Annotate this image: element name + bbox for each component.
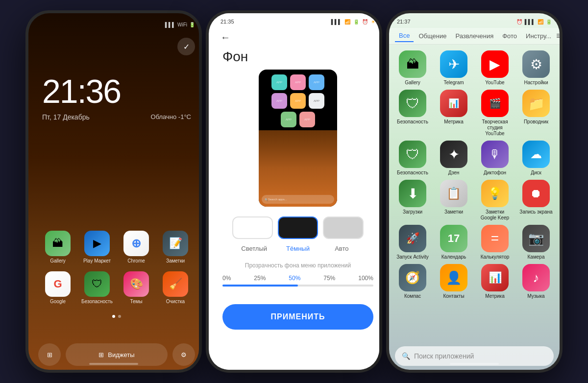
app-screenrec-item[interactable]: ⏺ Запись экрана [517, 180, 555, 221]
app-compass-item[interactable]: 🧭 Компас [394, 264, 431, 299]
prev-app-2: APP [290, 74, 306, 90]
app-camera-item[interactable]: 📷 Камера [517, 225, 555, 260]
app-notes-item[interactable]: 📋 Заметки [435, 180, 472, 221]
app-ytcreator-item[interactable]: 🎬 Творческая студия YouTube [476, 90, 514, 137]
contacts-app-label: Контакты [443, 293, 464, 299]
p2-battery-icon: 🔋 [353, 19, 359, 24]
app-search-bar[interactable]: 🔍 Поиск приложений [395, 346, 554, 366]
phone3-screen: 21:37 ⏰ ▌▌▌ 📶 🔋 Все Общение Развлечения … [389, 13, 560, 370]
activity-app-icon: 🚀 [399, 225, 426, 252]
status-icons-p1: ▌▌▌ WiFi 🔋 [165, 22, 195, 27]
phone3-frame: 21:37 ⏰ ▌▌▌ 📶 🔋 Все Общение Развлечения … [386, 10, 563, 373]
preview-search-text: Search apps... [268, 198, 287, 201]
app-security[interactable]: 🛡 Безопасность [79, 271, 115, 304]
tab-social[interactable]: Общение [415, 30, 450, 42]
metrika-app-label: Метрика [444, 119, 464, 125]
notes-app-icon: 📋 [440, 180, 467, 207]
app-gkeep-item[interactable]: 💡 Заметки Google Keep [476, 180, 514, 221]
pct-100: 100% [358, 275, 373, 282]
prev-app-7: APP [281, 112, 296, 127]
lock-date: Пт, 17 Декабрь [42, 113, 90, 121]
settings-shortcut-button[interactable]: ⚙ [172, 343, 195, 366]
app-themes[interactable]: 🎨 Темы [119, 271, 154, 304]
calendar-app-label: Календарь [441, 254, 466, 260]
theme-options [213, 216, 379, 239]
tab-all[interactable]: Все [395, 30, 414, 42]
disk-app-label: Диск [531, 170, 541, 176]
apps-row-1: 🏔 Gallery ▶ Play Маркет ⊕ Chrome 📝 [38, 231, 195, 263]
app-security-item[interactable]: 🛡 Безопасность [394, 90, 431, 137]
prev-app-8: APP [299, 112, 315, 127]
p3-wifi-icon: 📶 [538, 19, 543, 24]
lock-time: 21:36 [28, 33, 199, 112]
app-disk-item[interactable]: ☁ Диск [517, 141, 555, 176]
app-telegram-item[interactable]: ✈ Telegram [435, 50, 472, 86]
tab-photo[interactable]: Фото [498, 30, 521, 42]
check-button[interactable]: ✓ [177, 38, 195, 55]
app-recorder-item[interactable]: 🎙 Диктофон [476, 141, 514, 176]
tabs-menu-button[interactable]: ≡ [556, 31, 560, 41]
settings-app-icon: ⚙ [522, 50, 550, 78]
app-gallery-item[interactable]: 🏔 Gallery [394, 50, 431, 86]
camera-app-label: Камера [528, 254, 545, 260]
app-zen-item[interactable]: ✦ Дзен [435, 141, 472, 176]
p2-wifi-icon: 📶 [344, 19, 350, 24]
phone1-frame: . ▌▌▌ WiFi 🔋 ✓ 21:36 Пт, 17 Декабрь [25, 10, 202, 373]
app-calculator-item[interactable]: = Калькулятор [476, 225, 514, 260]
recents-button[interactable]: ⊞ [38, 343, 61, 366]
app-activity-item[interactable]: 🚀 Запуск Activity [394, 225, 431, 260]
app-calendar-item[interactable]: 17 Календарь [435, 225, 472, 260]
status-bar-p1: . ▌▌▌ WiFi 🔋 [28, 18, 199, 31]
app-security2-item[interactable]: 🛡 Безопасность [394, 141, 431, 176]
tab-entertainment[interactable]: Развлечения [451, 30, 497, 42]
phone1-screen: . ▌▌▌ WiFi 🔋 ✓ 21:36 Пт, 17 Декабрь [28, 13, 199, 370]
security-icon: 🛡 [84, 271, 110, 297]
recorder-app-icon: 🎙 [481, 141, 509, 168]
contacts-app-icon: 👤 [440, 264, 467, 291]
app-clean[interactable]: 🧹 Очистка [158, 271, 193, 304]
app-contacts-item[interactable]: 👤 Контакты [435, 264, 472, 299]
metrika2-app-icon: 📊 [481, 264, 509, 291]
app-settings-item[interactable]: ⚙ Настройки [517, 50, 555, 86]
back-button[interactable]: ← [220, 32, 230, 43]
transparency-section: Прозрачность фона меню приложений 0% 25%… [213, 262, 379, 287]
chrome-label: Chrome [127, 258, 145, 263]
app-gallery[interactable]: 🏔 Gallery [40, 231, 75, 263]
playmarket-label: Play Маркет [83, 258, 111, 263]
slider-track[interactable] [222, 285, 373, 287]
zen-app-label: Дзен [448, 170, 460, 176]
widgets-label: Виджеты [108, 351, 134, 359]
recorder-app-label: Диктофон [484, 170, 506, 176]
apply-button[interactable]: ПРИМЕНИТЬ [222, 304, 373, 330]
tab-tools[interactable]: Инстру... [522, 30, 555, 42]
app-metrika2-item[interactable]: 📊 Метрика [476, 264, 514, 299]
app-notes[interactable]: 📝 Заметки [158, 231, 193, 263]
theme-light-button[interactable] [232, 216, 273, 239]
theme-auto-button[interactable] [323, 216, 364, 239]
widgets-button[interactable]: ⊞ Виджеты [66, 343, 168, 366]
app-music-item[interactable]: ♪ Музыка [517, 264, 555, 299]
youtube-app-label: YouTube [485, 80, 504, 86]
page-dots [28, 315, 199, 318]
phone2-frame: 21:35 ▌▌▌ 📶 🔋 ⏰ ☀ ← Фон [206, 10, 382, 373]
activity-app-label: Запуск Activity [396, 254, 429, 260]
status-bar-p3: 21:37 ⏰ ▌▌▌ 📶 🔋 [389, 13, 560, 28]
app-playmarket[interactable]: ▶ Play Маркет [79, 231, 115, 263]
gallery-icon: 🏔 [45, 231, 71, 256]
app-metrika-item[interactable]: 📊 Метрика [435, 90, 472, 137]
pct-50: 50% [289, 275, 300, 282]
check-icon: ✓ [183, 42, 190, 51]
status-bar-p2: 21:35 ▌▌▌ 📶 🔋 ⏰ ☀ [213, 13, 379, 28]
app-explorer-item[interactable]: 📁 Проводник [517, 90, 555, 137]
camera-app-icon: 📷 [522, 225, 550, 252]
app-google[interactable]: G Google [40, 271, 75, 304]
app-chrome[interactable]: ⊕ Chrome [119, 231, 154, 263]
theme-dark-button[interactable] [278, 216, 318, 239]
app-youtube-item[interactable]: ▶ YouTube [476, 50, 514, 86]
app-downloads-item[interactable]: ⬇ Загрузки [394, 180, 431, 221]
downloads-app-icon: ⬇ [399, 180, 426, 207]
p2-title: Фон [222, 49, 248, 64]
preview-search-bar: 🔍 Search apps... [262, 195, 334, 204]
security2-app-label: Безопасность [397, 170, 428, 176]
prev-app-6: APP [309, 93, 324, 109]
